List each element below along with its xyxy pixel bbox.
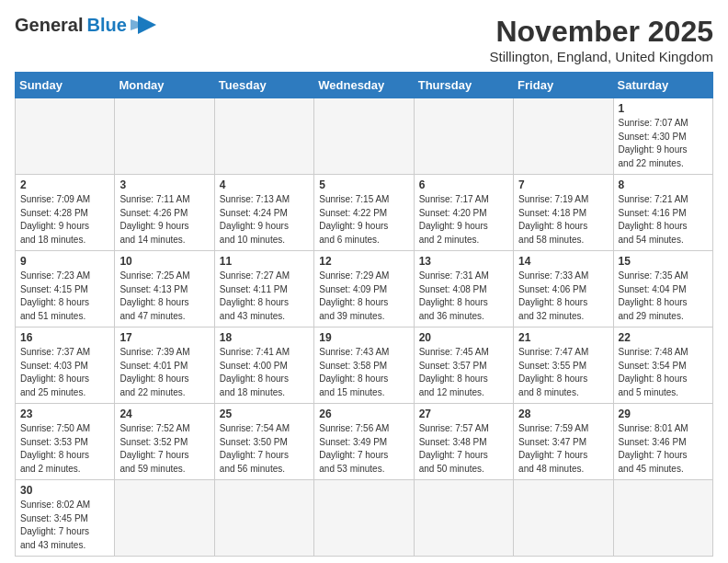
day-number: 10	[119, 255, 209, 268]
day-number: 2	[20, 178, 109, 191]
day-number: 12	[319, 255, 408, 268]
day-number: 28	[518, 408, 608, 420]
calendar-cell	[414, 98, 513, 175]
day-info: Sunrise: 8:01 AM Sunset: 3:46 PM Dayligh…	[619, 422, 708, 476]
day-number: 20	[419, 331, 508, 344]
day-number: 29	[619, 408, 708, 420]
day-number: 11	[220, 255, 309, 268]
calendar-cell: 15Sunrise: 7:35 AM Sunset: 4:04 PM Dayli…	[613, 251, 712, 327]
calendar-cell: 24Sunrise: 7:52 AM Sunset: 3:52 PM Dayli…	[115, 404, 214, 480]
calendar-cell: 30Sunrise: 8:02 AM Sunset: 3:45 PM Dayli…	[16, 480, 115, 557]
calendar-cell: 14Sunrise: 7:33 AM Sunset: 4:06 PM Dayli…	[514, 251, 613, 327]
calendar-cell	[115, 480, 214, 557]
day-info: Sunrise: 7:52 AM Sunset: 3:52 PM Dayligh…	[119, 422, 209, 476]
calendar-cell: 25Sunrise: 7:54 AM Sunset: 3:50 PM Dayli…	[214, 404, 313, 480]
calendar-cell: 22Sunrise: 7:48 AM Sunset: 3:54 PM Dayli…	[613, 327, 712, 404]
calendar-week-row: 30Sunrise: 8:02 AM Sunset: 3:45 PM Dayli…	[16, 480, 713, 557]
day-info: Sunrise: 7:07 AM Sunset: 4:30 PM Dayligh…	[619, 117, 708, 170]
day-number: 17	[119, 331, 209, 344]
weekday-header-friday: Friday	[514, 73, 613, 98]
weekday-header-thursday: Thursday	[414, 73, 513, 98]
day-info: Sunrise: 7:15 AM Sunset: 4:22 PM Dayligh…	[319, 193, 408, 247]
calendar-cell: 26Sunrise: 7:56 AM Sunset: 3:49 PM Dayli…	[314, 404, 414, 480]
location: Stillington, England, United Kingdom	[490, 49, 714, 64]
weekday-header-sunday: Sunday	[16, 73, 115, 98]
calendar-cell	[214, 98, 313, 175]
day-number: 9	[20, 255, 109, 268]
logo-icon	[131, 16, 156, 36]
day-number: 26	[319, 408, 408, 420]
weekday-header-saturday: Saturday	[613, 73, 712, 98]
day-info: Sunrise: 7:50 AM Sunset: 3:53 PM Dayligh…	[20, 422, 109, 476]
calendar-cell: 27Sunrise: 7:57 AM Sunset: 3:48 PM Dayli…	[414, 404, 513, 480]
calendar-cell: 29Sunrise: 8:01 AM Sunset: 3:46 PM Dayli…	[613, 404, 712, 480]
calendar-cell	[514, 480, 613, 557]
day-info: Sunrise: 7:47 AM Sunset: 3:55 PM Dayligh…	[518, 346, 608, 399]
day-info: Sunrise: 7:45 AM Sunset: 3:57 PM Dayligh…	[419, 346, 508, 399]
weekday-header-tuesday: Tuesday	[214, 73, 313, 98]
day-info: Sunrise: 7:17 AM Sunset: 4:20 PM Dayligh…	[419, 193, 508, 247]
day-info: Sunrise: 7:23 AM Sunset: 4:15 PM Dayligh…	[20, 270, 109, 323]
day-info: Sunrise: 8:02 AM Sunset: 3:45 PM Dayligh…	[20, 499, 109, 552]
weekday-header-monday: Monday	[115, 73, 214, 98]
day-number: 7	[518, 178, 608, 191]
calendar-cell: 18Sunrise: 7:41 AM Sunset: 4:00 PM Dayli…	[214, 327, 313, 404]
calendar-cell: 5Sunrise: 7:15 AM Sunset: 4:22 PM Daylig…	[314, 175, 414, 251]
day-number: 4	[220, 178, 309, 191]
day-info: Sunrise: 7:37 AM Sunset: 4:03 PM Dayligh…	[20, 346, 109, 399]
logo-blue-text: Blue	[86, 15, 126, 36]
day-number: 19	[319, 331, 408, 344]
day-number: 14	[518, 255, 608, 268]
month-title: November 2025	[490, 15, 714, 49]
day-info: Sunrise: 7:57 AM Sunset: 3:48 PM Dayligh…	[419, 422, 508, 476]
calendar-cell: 8Sunrise: 7:21 AM Sunset: 4:16 PM Daylig…	[613, 175, 712, 251]
calendar-cell: 28Sunrise: 7:59 AM Sunset: 3:47 PM Dayli…	[514, 404, 613, 480]
day-number: 8	[619, 178, 708, 191]
calendar-cell: 21Sunrise: 7:47 AM Sunset: 3:55 PM Dayli…	[514, 327, 613, 404]
day-info: Sunrise: 7:48 AM Sunset: 3:54 PM Dayligh…	[619, 346, 708, 399]
calendar-cell: 1Sunrise: 7:07 AM Sunset: 4:30 PM Daylig…	[613, 98, 712, 175]
day-number: 6	[419, 178, 508, 191]
day-number: 1	[619, 102, 708, 115]
calendar-cell	[613, 480, 712, 557]
day-info: Sunrise: 7:35 AM Sunset: 4:04 PM Dayligh…	[619, 270, 708, 323]
day-number: 15	[619, 255, 708, 268]
day-info: Sunrise: 7:43 AM Sunset: 3:58 PM Dayligh…	[319, 346, 408, 399]
calendar-cell: 16Sunrise: 7:37 AM Sunset: 4:03 PM Dayli…	[16, 327, 115, 404]
calendar-cell	[314, 480, 414, 557]
day-number: 3	[119, 178, 209, 191]
day-number: 13	[419, 255, 508, 268]
day-info: Sunrise: 7:13 AM Sunset: 4:24 PM Dayligh…	[220, 193, 309, 247]
day-number: 21	[518, 331, 608, 344]
calendar-week-row: 16Sunrise: 7:37 AM Sunset: 4:03 PM Dayli…	[16, 327, 713, 404]
day-info: Sunrise: 7:19 AM Sunset: 4:18 PM Dayligh…	[518, 193, 608, 247]
calendar-cell	[514, 98, 613, 175]
day-number: 30	[20, 484, 109, 497]
calendar-week-row: 23Sunrise: 7:50 AM Sunset: 3:53 PM Dayli…	[16, 404, 713, 480]
calendar-cell: 7Sunrise: 7:19 AM Sunset: 4:18 PM Daylig…	[514, 175, 613, 251]
calendar-week-row: 1Sunrise: 7:07 AM Sunset: 4:30 PM Daylig…	[16, 98, 713, 175]
day-info: Sunrise: 7:41 AM Sunset: 4:00 PM Dayligh…	[220, 346, 309, 399]
day-info: Sunrise: 7:21 AM Sunset: 4:16 PM Dayligh…	[619, 193, 708, 247]
day-info: Sunrise: 7:33 AM Sunset: 4:06 PM Dayligh…	[518, 270, 608, 323]
calendar-cell: 19Sunrise: 7:43 AM Sunset: 3:58 PM Dayli…	[314, 327, 414, 404]
day-number: 16	[20, 331, 109, 344]
calendar-table: SundayMondayTuesdayWednesdayThursdayFrid…	[15, 72, 713, 557]
calendar-cell	[16, 98, 115, 175]
day-info: Sunrise: 7:39 AM Sunset: 4:01 PM Dayligh…	[119, 346, 209, 399]
calendar-cell: 20Sunrise: 7:45 AM Sunset: 3:57 PM Dayli…	[414, 327, 513, 404]
day-number: 18	[220, 331, 309, 344]
calendar-cell	[314, 98, 414, 175]
day-info: Sunrise: 7:31 AM Sunset: 4:08 PM Dayligh…	[419, 270, 508, 323]
day-info: Sunrise: 7:09 AM Sunset: 4:28 PM Dayligh…	[20, 193, 109, 247]
weekday-header-wednesday: Wednesday	[314, 73, 414, 98]
calendar-cell: 13Sunrise: 7:31 AM Sunset: 4:08 PM Dayli…	[414, 251, 513, 327]
day-number: 23	[20, 408, 109, 420]
calendar-cell: 6Sunrise: 7:17 AM Sunset: 4:20 PM Daylig…	[414, 175, 513, 251]
day-info: Sunrise: 7:59 AM Sunset: 3:47 PM Dayligh…	[518, 422, 608, 476]
day-info: Sunrise: 7:27 AM Sunset: 4:11 PM Dayligh…	[220, 270, 309, 323]
calendar-cell: 23Sunrise: 7:50 AM Sunset: 3:53 PM Dayli…	[16, 404, 115, 480]
calendar-cell: 10Sunrise: 7:25 AM Sunset: 4:13 PM Dayli…	[115, 251, 214, 327]
calendar-cell: 12Sunrise: 7:29 AM Sunset: 4:09 PM Dayli…	[314, 251, 414, 327]
calendar-cell: 11Sunrise: 7:27 AM Sunset: 4:11 PM Dayli…	[214, 251, 313, 327]
